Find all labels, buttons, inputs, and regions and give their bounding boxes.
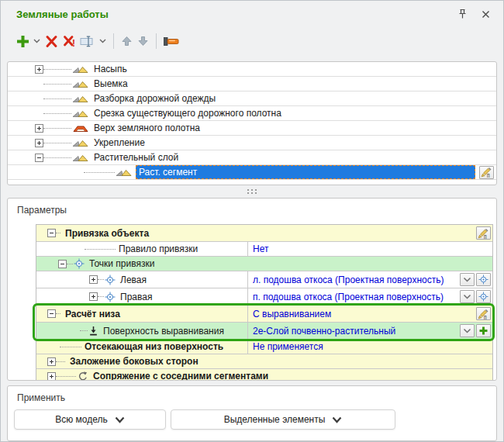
expand-icon[interactable] <box>89 275 98 284</box>
parameters-panel: Параметры Привязка объекта [] Правило пр… <box>7 198 497 381</box>
tree-item-label: Раст. сегмент <box>139 167 197 178</box>
delete-button[interactable] <box>43 31 60 51</box>
param-group-row[interactable]: Сопряжение с соседними сегментами <box>36 369 492 381</box>
param-value[interactable]: Нет <box>253 243 491 254</box>
param-row[interactable]: Отсекающая низ поверхность Не применяетс… <box>36 340 492 354</box>
pick-point-button[interactable] <box>476 273 491 286</box>
chevron-down-icon <box>115 416 125 423</box>
tree-item-label: Укрепление <box>94 137 145 148</box>
param-row[interactable]: Правило привязки Нет <box>36 242 492 257</box>
apply-panel: Применить Всю модель Выделенные элементы <box>7 385 497 441</box>
tree-row[interactable]: Укрепление <box>8 136 496 150</box>
embankment-icon <box>72 109 89 118</box>
svg-text:[]: [] <box>484 233 487 239</box>
dropdown-button[interactable] <box>460 290 475 303</box>
expand-icon[interactable] <box>47 357 56 366</box>
param-row[interactable]: Поверхность выравнивания 2е-Слой почвенн… <box>36 323 492 340</box>
add-button[interactable] <box>13 31 33 51</box>
param-group-row[interactable]: Заложение боковых сторон <box>36 354 492 369</box>
param-value[interactable]: 2е-Слой почвенно-растительный <box>253 326 458 337</box>
embankment-icon <box>116 168 133 177</box>
toolbar-separator <box>113 33 114 49</box>
param-label: Отсекающая низ поверхность <box>85 341 223 352</box>
expand-icon[interactable] <box>89 292 98 301</box>
rename-dropdown-button[interactable] <box>98 31 109 51</box>
param-group-row[interactable]: Расчёт низа С выравниванием [] <box>36 306 492 323</box>
earthworks-panel: Земляные работы ! <box>0 0 504 442</box>
apply-selected-elements-button[interactable]: Выделенные элементы <box>171 409 395 430</box>
param-row[interactable]: Левая л. подошва откоса (Проектная повер… <box>36 271 492 288</box>
tree-item-label: Насыпь <box>94 64 127 74</box>
auto-hide-pin-icon[interactable] <box>454 6 471 22</box>
expand-icon[interactable] <box>35 65 43 74</box>
chevron-down-icon <box>463 277 471 282</box>
param-value[interactable]: Не применяется <box>253 341 491 352</box>
close-icon[interactable] <box>477 6 494 22</box>
param-row[interactable]: Правая п. подошва откоса (Проектная пове… <box>36 288 492 306</box>
param-value[interactable]: п. подошва откоса (Проектная поверхность… <box>253 292 458 302</box>
param-label: Привязка объекта <box>65 228 149 239</box>
tree-item-label: Верх земляного полотна <box>94 123 200 133</box>
chevron-down-icon <box>99 39 106 43</box>
rename-button[interactable] <box>78 31 98 51</box>
grip-dots-icon <box>247 189 258 194</box>
tree-row-selected[interactable]: Раст. сегмент [] <box>8 165 496 180</box>
param-value[interactable]: л. подошва откоса (Проектная поверхность… <box>253 275 458 285</box>
apply-whole-model-label: Всю модель <box>55 414 108 425</box>
move-down-button[interactable] <box>135 31 151 51</box>
param-group-row[interactable]: Привязка объекта [] <box>36 225 492 242</box>
pick-point-button[interactable] <box>476 290 491 303</box>
tree-row[interactable]: Растительный слой <box>8 150 496 165</box>
tree-row[interactable]: Выемка <box>8 77 496 92</box>
dropdown-button[interactable] <box>460 273 475 286</box>
rename-icon <box>80 36 96 47</box>
tree-row[interactable]: Верх земляного полотна <box>8 121 496 136</box>
param-label: Правило привязки <box>119 243 198 254</box>
embankment-icon <box>72 80 89 88</box>
toolbar: ! <box>1 26 503 57</box>
param-label: Сопряжение с соседними сегментами <box>93 371 268 381</box>
collapse-icon[interactable] <box>47 309 56 318</box>
panel-title: Земляные работы <box>16 9 447 20</box>
expand-icon[interactable] <box>35 139 43 147</box>
add-dropdown-button[interactable] <box>33 31 43 51</box>
toolbar-separator <box>156 33 157 49</box>
param-label: Правая <box>120 292 152 302</box>
brush-selection-button[interactable]: [] <box>479 166 494 179</box>
chevron-down-icon <box>463 294 471 299</box>
param-group-row[interactable]: Точки привязки <box>36 257 492 271</box>
arrow-up-icon <box>121 36 133 47</box>
chevron-down-icon <box>463 328 471 333</box>
param-label: Поверхность выравнивания <box>103 326 224 337</box>
expand-icon[interactable] <box>47 372 56 381</box>
move-up-button[interactable] <box>119 31 135 51</box>
highlight-button[interactable] <box>161 31 182 51</box>
highlighted-rows-outline: Расчёт низа С выравниванием [] Поверхн <box>36 306 492 340</box>
crosshair-icon <box>478 275 488 285</box>
brush-selection-button[interactable]: [] <box>476 307 491 320</box>
splitter-handle[interactable] <box>1 185 503 198</box>
red-x-icon <box>45 35 58 48</box>
expand-icon[interactable] <box>35 124 43 133</box>
collapse-icon[interactable] <box>47 229 56 237</box>
plus-icon <box>478 326 488 336</box>
dropdown-button[interactable] <box>460 324 475 337</box>
brush-selection-button[interactable]: [] <box>476 226 491 240</box>
tree-row[interactable]: Насыпь <box>8 62 496 77</box>
add-surface-button[interactable] <box>476 324 491 337</box>
crosshair-icon <box>105 275 116 285</box>
earthworks-tree: Насыпь Выемка Разборка дорожной одежды С… <box>7 61 497 185</box>
crosshair-icon <box>74 258 85 269</box>
apply-header: Применить <box>8 386 496 407</box>
selected-item-highlight[interactable]: Раст. сегмент <box>136 165 475 179</box>
param-label: Точки привязки <box>89 258 154 269</box>
param-value[interactable]: С выравниванием <box>253 309 475 319</box>
tree-row[interactable]: Разборка дорожной одежды <box>8 92 496 106</box>
collapse-icon[interactable] <box>35 154 43 162</box>
apply-whole-model-button[interactable]: Всю модель <box>14 409 166 430</box>
delete-force-button[interactable]: ! <box>60 31 78 51</box>
collapse-icon[interactable] <box>58 260 67 268</box>
crosshair-icon <box>478 292 488 302</box>
tree-row[interactable]: Срезка существующего дорожного полотна <box>8 106 496 121</box>
arrow-down-icon <box>137 36 149 47</box>
